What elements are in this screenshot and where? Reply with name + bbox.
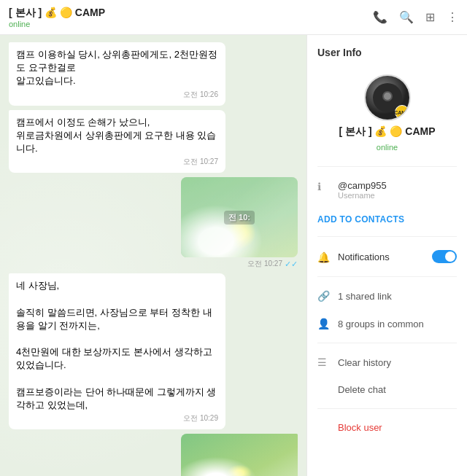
check-icon: ✓✓	[285, 260, 298, 269]
divider-1	[317, 166, 457, 167]
sent-image-large: 오전 10:29 ✓✓	[181, 434, 298, 476]
notifications-left: 🔔 Notifications	[317, 251, 390, 263]
message-1-time: 오전 10:26	[16, 90, 218, 100]
avatar: CAMP	[364, 74, 411, 121]
message-5-images: 오전 10:29 ✓✓ 전 10:29 ✓✓ 전 10:29 ✓✓	[181, 434, 298, 476]
clear-history-row[interactable]: ☰ Clear history	[317, 352, 457, 372]
block-user-label: Block user	[338, 422, 382, 433]
notifications-label: Notifications	[338, 251, 390, 262]
message-2: 캠프에서 이정도 손해가 났으니,위로금차원에서 상위총판에게 요구한 내용 있…	[9, 110, 225, 173]
message-2-text: 캠프에서 이정도 손해가 났으니,위로금차원에서 상위총판에게 요구한 내용 있…	[16, 117, 216, 154]
header-icons: 📞 🔍 ⊞ ⋮	[373, 10, 458, 24]
notifications-toggle[interactable]	[432, 250, 457, 263]
groups-text: 8 groups in common	[338, 319, 424, 329]
avatar-badge-text: CAMP	[394, 110, 409, 115]
username-info: @camp955 Username	[338, 180, 387, 200]
right-sidebar: User Info CAMP [ 본사 ] 💰 🟡 CAMP online	[306, 35, 467, 476]
more-icon[interactable]: ⋮	[447, 10, 458, 24]
divider-3	[317, 276, 457, 277]
message-1: 캠프 이용하실 당시, 상위총판에게도, 2천만원정도 요구한걸로알고있습니다.…	[9, 42, 225, 106]
divider-4	[317, 343, 457, 343]
shared-link-text: 1 shared link	[338, 291, 392, 302]
shared-link-row: 🔗 1 shared link	[317, 286, 457, 306]
message-1-text: 캠프 이용하실 당시, 상위총판에게도, 2천만원정도 요구한걸로알고있습니다.	[16, 49, 217, 86]
message-4-text: 네 사장님,솔직히 말씀드리면, 사장님으로 부터 정착한 내용을 알기 전까지…	[16, 280, 216, 410]
sent-images-stack: 오전 10:29 ✓✓ 전 10:29 ✓✓ 전 10:29 ✓✓	[181, 434, 298, 476]
user-info-title: User Info	[317, 47, 457, 58]
divider-2	[317, 236, 457, 237]
clear-icon: ☰	[317, 356, 331, 368]
user-avatar-section: CAMP [ 본사 ] 💰 🟡 CAMP online	[317, 69, 457, 157]
message-4-time: 오전 10:29	[16, 413, 218, 424]
svg-point-2	[384, 93, 391, 100]
phone-icon[interactable]: 📞	[373, 10, 387, 24]
username-label: Username	[338, 191, 387, 200]
block-user-row[interactable]: Block user	[317, 418, 457, 437]
username-row: ℹ @camp955 Username	[317, 176, 457, 204]
message-3-image: 전 10:	[181, 177, 298, 257]
chat-area: 캠프 이용하실 당시, 상위총판에게도, 2천만원정도 요구한걸로알고있습니다.…	[0, 35, 306, 476]
image-overlay-text: 전 10:	[224, 211, 255, 225]
delete-chat-label: Delete chat	[338, 384, 386, 395]
notifications-row: 🔔 Notifications	[317, 246, 457, 268]
info-icon: ℹ	[317, 181, 331, 192]
username-value: @camp955	[338, 180, 387, 191]
grid-icon[interactable]: ⊞	[425, 10, 435, 24]
search-icon[interactable]: 🔍	[399, 10, 414, 24]
user-online-status: online	[377, 143, 398, 152]
groups-icon: 👤	[317, 318, 331, 329]
chat-header: [ 본사 ] 💰 🟡 CAMP online 📞 🔍 ⊞ ⋮	[0, 0, 467, 35]
message-3-time: 오전 10:27 ✓✓	[247, 259, 298, 269]
message-4: 네 사장님,솔직히 말씀드리면, 사장님으로 부터 정착한 내용을 알기 전까지…	[9, 273, 225, 429]
user-display-name: [ 본사 ] 💰 🟡 CAMP	[339, 125, 436, 138]
main-layout: 캠프 이용하실 당시, 상위총판에게도, 2천만원정도 요구한걸로알고있습니다.…	[0, 35, 467, 476]
chat-title: [ 본사 ] 💰 🟡 CAMP	[9, 7, 373, 20]
message-3-container: 전 10: 오전 10:27 ✓✓	[181, 177, 298, 269]
avatar-badge: CAMP	[395, 105, 409, 120]
bell-icon: 🔔	[317, 251, 331, 263]
header-title-area: [ 본사 ] 💰 🟡 CAMP online	[9, 7, 373, 28]
groups-row: 👤 8 groups in common	[317, 313, 457, 334]
header-status: online	[9, 20, 373, 28]
chat-messages[interactable]: 캠프 이용하실 당시, 상위총판에게도, 2천만원정도 요구한걸로알고있습니다.…	[0, 35, 306, 476]
clear-history-label: Clear history	[338, 357, 391, 368]
add-to-contacts-button[interactable]: ADD TO CONTACTS	[317, 211, 457, 227]
delete-chat-row[interactable]: Delete chat	[317, 380, 457, 399]
link-icon: 🔗	[317, 290, 331, 302]
divider-5	[317, 408, 457, 409]
message-2-time: 오전 10:27	[16, 157, 218, 167]
